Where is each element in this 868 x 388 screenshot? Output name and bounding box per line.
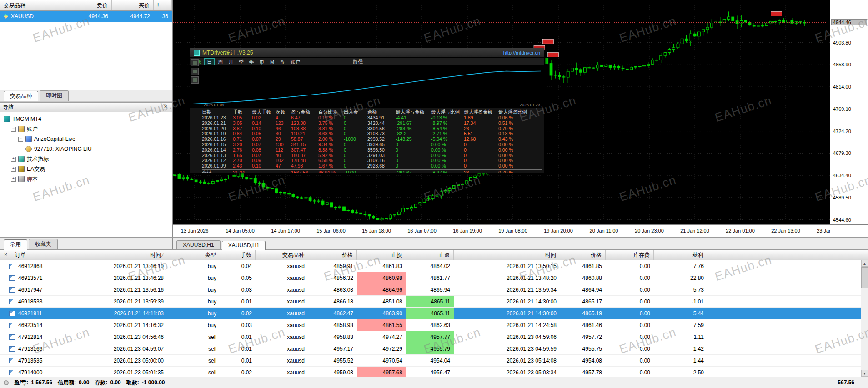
scroll-up-icon[interactable]: ▲ [861, 260, 868, 267]
order-row[interactable]: 479140002026.01.23 05:01:35sell0.02xauus… [0, 367, 868, 377]
stats-cell: 3939.65 [367, 142, 396, 148]
order-id-cell: 47914000 [0, 367, 68, 377]
mtdriver-path-label[interactable]: 路径 [353, 58, 363, 65]
stats-row: 2026.01.213.050.14123123.883.75 %03428.4… [202, 121, 542, 126]
order-row[interactable]: 469219112026.01.21 14:11:03buy0.02xauusd… [0, 308, 868, 319]
mtdriver-side-toolbar [191, 59, 199, 84]
mtdriver-titlebar[interactable]: MTDriver统计 ,V3.25 http://mtdriver.cn [190, 48, 544, 58]
order-row[interactable]: 479135352026.01.23 05:00:00sell0.01xauus… [0, 355, 868, 367]
column-header-sell[interactable]: 卖价 [68, 0, 112, 10]
orders-column-header[interactable]: 价格 [308, 250, 357, 260]
order-row[interactable]: 469179472026.01.21 13:56:16buy0.03xauusd… [0, 284, 868, 296]
open-time-cell: 2026.01.21 14:16:32 [68, 319, 167, 331]
orders-column-header[interactable]: ×订单 [0, 250, 68, 260]
stats-cell: 0.05 [252, 131, 276, 137]
mtdriver-menu-item[interactable]: M [268, 59, 276, 65]
mtdriver-tool-icon[interactable] [191, 76, 199, 84]
mtdriver-link[interactable]: http://mtdriver.cn [503, 50, 540, 55]
order-row[interactable]: 469235142026.01.21 14:16:32buy0.03xauusd… [0, 319, 868, 331]
tree-item-scripts[interactable]: +脚本 [0, 174, 172, 184]
stats-cell: 0.00 % [431, 148, 464, 153]
column-header-symbol[interactable]: 交易品种 [0, 0, 68, 10]
order-icon [9, 299, 15, 304]
mtdriver-menu-item[interactable]: 年 [247, 59, 256, 65]
stats-cell: 6.47 [291, 115, 318, 121]
mtdriver-menu-item[interactable]: 备 [277, 59, 287, 65]
mtdriver-tool-icon[interactable] [191, 68, 199, 75]
stats-cell: 12.68 [464, 137, 498, 142]
close-time-cell: 2026.01.23 04:59:59 [454, 343, 560, 354]
stats-cell: 2026.01.19 [202, 131, 233, 137]
orders-column-header[interactable]: 止盈 [406, 250, 454, 260]
mtdriver-menu-item[interactable]: 月 [226, 59, 236, 65]
expand-minus-icon[interactable]: − [11, 127, 16, 132]
pl-label: 盈/亏: [14, 379, 28, 387]
orders-column-header[interactable]: 库存费 [606, 250, 654, 260]
orders-column-header[interactable]: 获利 [654, 250, 707, 260]
type-cell: buy [167, 308, 220, 319]
tree-item-experts[interactable]: +EA交易 [0, 164, 172, 174]
tree-item-server[interactable]: −AnzoCapital-Live [0, 134, 172, 144]
mtdriver-menu-item[interactable]: 巾 [257, 59, 267, 65]
order-row[interactable]: 469135712026.01.21 13:46:28buy0.05xauusd… [0, 272, 868, 284]
navigator-tab[interactable]: 常用 [4, 239, 27, 250]
stats-cell: 0.51 % [498, 121, 527, 126]
orders-column-header[interactable]: 时间∕ [68, 250, 167, 260]
expand-plus-icon[interactable]: + [11, 167, 16, 172]
stats-row: 2026.01.160.710.072958.872.00 %-10002998… [202, 137, 542, 142]
scroll-down-icon[interactable]: ▼ [861, 370, 868, 377]
orders-column-header[interactable]: 类型 [167, 250, 220, 260]
market-watch-tab[interactable]: 交易品种 [4, 91, 38, 101]
candlestick-chart[interactable]: MTDriver统计 ,V3.25 http://mtdriver.cn 绿日周… [173, 0, 830, 224]
orders-column-header[interactable]: 止损 [357, 250, 406, 260]
orders-header-label: 获利 [692, 251, 703, 259]
stats-cell: 3.87 [233, 126, 252, 132]
scrollbar-thumb[interactable] [861, 267, 868, 288]
lots-cell: 0.02 [220, 367, 256, 377]
orders-column-header[interactable]: 手数 [220, 250, 256, 260]
mtdriver-menu-item[interactable]: 周 [216, 59, 225, 65]
order-id-cell: 47912814 [0, 331, 68, 343]
terminal-scrollbar[interactable]: ▲ ▼ [861, 260, 868, 377]
expand-plus-icon[interactable]: + [11, 157, 16, 162]
expand-minus-icon[interactable]: − [18, 137, 23, 142]
take-profit-cell: 4861.77 [406, 272, 454, 284]
open-time-cell: 2026.01.21 13:46:10 [68, 260, 167, 272]
mtdriver-menu-item[interactable]: 账户 [288, 59, 302, 65]
navigator-close-icon[interactable]: × [162, 104, 169, 111]
stats-cell: 0.18 % [498, 131, 527, 137]
chart-tabstrip: XAUUSD,H1XAUUSD,H1 [173, 238, 269, 249]
navigator-tab[interactable]: 收藏夹 [29, 239, 58, 249]
orders-column-header[interactable]: 价格 [560, 250, 606, 260]
symbol-row[interactable]: XAUUSD4944.364944.7236 [0, 11, 172, 22]
tree-item-accounts[interactable]: −账户 [0, 124, 172, 134]
stats-cell: 1.67 % [318, 164, 344, 169]
tree-item-account[interactable]: 927710: XIAOPING LIU [0, 144, 172, 154]
chart-tab[interactable]: XAUUSD,H1 [222, 241, 266, 250]
chart-tab[interactable]: XAUUSD,H1 [176, 240, 221, 249]
tree-item-indicators[interactable]: +技术指标 [0, 154, 172, 164]
time-label: 22 Jan 13:00 [764, 228, 808, 234]
mtdriver-menu-item[interactable]: 日 [204, 58, 215, 65]
order-row[interactable]: 479128142026.01.23 04:56:46sell0.01xauus… [0, 331, 868, 343]
column-header-buy[interactable]: 买价 [112, 0, 154, 10]
stats-cell: 3.20 [233, 142, 252, 148]
order-row[interactable]: 469128682026.01.21 13:46:10buy0.04xauusd… [0, 260, 868, 272]
open-price-cell: 4862.47 [308, 308, 357, 319]
stats-cell: 2928.68 [367, 164, 396, 169]
mtdriver-menu-item[interactable]: 季 [236, 59, 246, 65]
expand-plus-icon[interactable]: + [11, 177, 16, 182]
orders-column-header[interactable]: 交易品种 [256, 250, 308, 260]
type-cell: buy [167, 260, 220, 272]
tree-item-platform[interactable]: TMGM MT4 [0, 114, 172, 124]
column-header-spread[interactable]: ! [154, 0, 172, 10]
orders-column-header[interactable]: 时间 [454, 250, 560, 260]
market-watch-tab[interactable]: 即时图 [40, 90, 69, 101]
order-row[interactable]: 469185332026.01.21 13:59:39buy0.01xauusd… [0, 296, 868, 308]
open-time-cell: 2026.01.23 04:59:07 [68, 343, 167, 354]
order-row[interactable]: 479131662026.01.23 04:59:07sell0.01xauus… [0, 343, 868, 355]
mtdriver-tool-icon[interactable] [191, 59, 199, 66]
order-number: 47913166 [18, 346, 42, 352]
stats-cell: -148.25 [396, 137, 431, 142]
terminal-close-icon[interactable]: × [2, 251, 10, 259]
